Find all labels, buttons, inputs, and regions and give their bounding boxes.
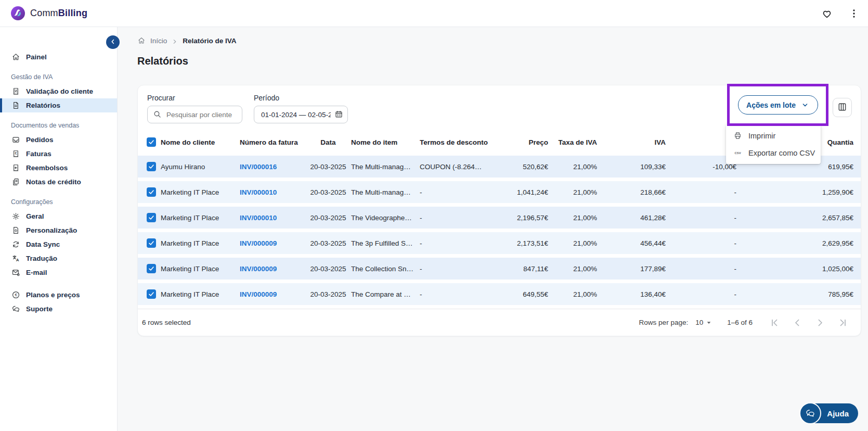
sidebar-section-label: Documentos de vendas xyxy=(0,116,117,133)
row-checkbox[interactable] xyxy=(147,238,156,248)
cell-discount-terms: - xyxy=(420,239,499,247)
calendar-icon xyxy=(334,110,343,119)
svg-text:CSV: CSV xyxy=(734,151,741,155)
row-checkbox[interactable] xyxy=(147,187,156,197)
sidebar-item-validacao-do-cliente[interactable]: Validação do cliente xyxy=(0,84,117,98)
table-body: Ayumu HiranoINV/00001620-03-2025The Mult… xyxy=(138,156,861,305)
reports-card: Procurar Período Ações em lote xyxy=(137,85,861,336)
row-checkbox[interactable] xyxy=(147,213,156,222)
topbar-actions xyxy=(821,8,860,19)
cell-vat: 218,66€ xyxy=(597,188,666,196)
sidebar-item-painel[interactable]: Painel xyxy=(0,50,117,64)
brand-prefix: Comm xyxy=(30,8,58,18)
sidebar-item-reembolsos[interactable]: Reembolsos xyxy=(0,161,117,175)
brand-suffix: Billing xyxy=(58,8,87,18)
cell-item: The Collection Sn… xyxy=(351,265,420,273)
overflow-kebab-icon[interactable] xyxy=(848,8,860,19)
menu-item-imprimir[interactable]: Imprimir xyxy=(726,127,821,144)
cell-discount: - xyxy=(666,188,736,196)
sidebar-item-data-sync[interactable]: Data Sync xyxy=(0,237,117,251)
sidebar-item-label: Faturas xyxy=(26,150,51,158)
cell-discount: - xyxy=(666,265,736,273)
header-discount-terms[interactable]: Termos de desconto xyxy=(420,138,499,146)
header-item[interactable]: Nome do item xyxy=(351,138,420,146)
sidebar-item-relatorios[interactable]: Relatórios xyxy=(0,98,117,112)
header-vat-rate[interactable]: Taxa de IVA xyxy=(548,138,597,146)
breadcrumb-home-link[interactable]: Início xyxy=(150,37,167,45)
sidebar-nav: PainelGestão de IVAValidação do clienteR… xyxy=(0,27,117,316)
sidebar-item-planos-e-precos[interactable]: €Planos e preços xyxy=(0,288,117,302)
previous-page-button[interactable] xyxy=(792,318,802,328)
cell-discount: -10,00€ xyxy=(666,163,736,171)
sidebar-collapse-button[interactable] xyxy=(106,35,120,49)
cell-vat-rate: 21,00% xyxy=(548,163,597,171)
sidebar-item-label: Relatórios xyxy=(26,102,60,109)
invoice-link[interactable]: INV/000016 xyxy=(240,163,305,171)
sidebar-item-e-mail[interactable]: E-mail xyxy=(0,265,117,280)
cell-client: Marketing IT Place xyxy=(161,214,240,222)
cell-price: 2,173,51€ xyxy=(499,239,548,247)
cell-amount: 1,259,90€ xyxy=(736,188,853,196)
invoice-euro-icon: € xyxy=(11,149,20,158)
receipt-check-icon xyxy=(11,87,20,96)
row-checkbox[interactable] xyxy=(147,162,156,171)
cell-discount: - xyxy=(666,214,736,222)
last-page-button[interactable] xyxy=(838,318,848,328)
row-checkbox-cell xyxy=(142,213,161,222)
row-checkbox-cell xyxy=(142,238,161,248)
header-price[interactable]: Preço xyxy=(499,138,548,146)
sidebar-item-faturas[interactable]: €Faturas xyxy=(0,147,117,161)
first-page-button[interactable] xyxy=(769,318,780,328)
chevron-left-icon xyxy=(109,38,116,47)
sidebar-item-geral[interactable]: Geral xyxy=(0,209,117,223)
sidebar-item-traducao[interactable]: ATradução xyxy=(0,251,117,265)
header-client[interactable]: Nome do cliente xyxy=(161,138,240,146)
header-invoice[interactable]: Número da fatura xyxy=(240,138,305,146)
next-page-button[interactable] xyxy=(815,318,825,328)
invoice-link[interactable]: INV/000010 xyxy=(240,214,305,222)
menu-item-exportar-csv[interactable]: CSV Exportar como CSV xyxy=(726,144,821,161)
invoice-link[interactable]: INV/000010 xyxy=(240,188,305,196)
search-icon xyxy=(153,110,162,119)
brand-logo-icon xyxy=(10,6,25,21)
cell-date: 20-03-2025 xyxy=(305,265,351,273)
column-settings-button[interactable] xyxy=(833,98,852,117)
sidebar-item-notas-de-credito[interactable]: Notas de crédito xyxy=(0,175,117,189)
invoice-link[interactable]: INV/000009 xyxy=(240,239,305,247)
period-input[interactable] xyxy=(254,106,348,123)
sidebar-group: Gestão de IVAValidação do clienteRelatór… xyxy=(0,67,117,112)
sidebar-item-suporte[interactable]: Suporte xyxy=(0,302,117,316)
rows-per-page-select[interactable]: 10 xyxy=(695,319,712,326)
sidebar-item-label: Suporte xyxy=(26,305,53,313)
sidebar-item-pedidos[interactable]: Pedidos xyxy=(0,133,117,147)
favorites-heart-icon[interactable] xyxy=(821,8,833,19)
cell-vat-rate: 21,00% xyxy=(548,265,597,273)
select-all-checkbox[interactable] xyxy=(147,137,156,147)
bulk-actions-button[interactable]: Ações em lote xyxy=(738,95,818,115)
invoice-link[interactable]: INV/000009 xyxy=(240,265,305,273)
cell-vat: 177,89€ xyxy=(597,265,666,273)
cell-amount: 785,95€ xyxy=(736,290,853,298)
cell-discount-terms: - xyxy=(420,265,499,273)
header-vat[interactable]: IVA xyxy=(597,138,666,146)
row-checkbox[interactable] xyxy=(147,289,156,299)
cell-item: The Videographe… xyxy=(351,214,420,222)
period-label: Período xyxy=(254,94,348,102)
brand[interactable]: CommBilling xyxy=(10,6,87,21)
header-date[interactable]: Data xyxy=(305,138,351,146)
pagination: Rows per page: 10 1–6 of 6 xyxy=(639,318,848,328)
cell-date: 20-03-2025 xyxy=(305,163,351,171)
cell-vat-rate: 21,00% xyxy=(548,290,597,298)
invoice-link[interactable]: INV/000009 xyxy=(240,290,305,298)
breadcrumb: Início Relatório de IVA xyxy=(137,35,868,46)
cell-amount: 2,657,85€ xyxy=(736,214,853,222)
search-label: Procurar xyxy=(147,94,242,102)
cell-client: Marketing IT Place xyxy=(161,188,240,196)
row-checkbox[interactable] xyxy=(147,264,156,273)
sidebar-item-personalizacao[interactable]: Personalização xyxy=(0,223,117,237)
help-label: Ajuda xyxy=(827,409,849,418)
sidebar-item-label: Tradução xyxy=(26,255,57,262)
menu-item-label: Exportar como CSV xyxy=(748,149,815,157)
help-button[interactable]: Ajuda xyxy=(801,403,858,423)
table-row: Marketing IT PlaceINV/00000920-03-2025Th… xyxy=(138,258,861,280)
